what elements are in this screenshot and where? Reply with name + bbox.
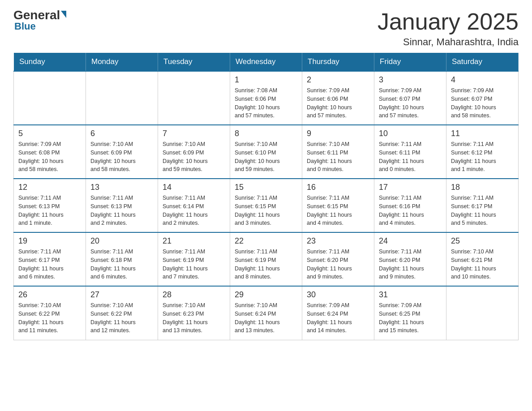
calendar-week-row: 12Sunrise: 7:11 AMSunset: 6:13 PMDayligh… (14, 179, 519, 232)
calendar-cell: 4Sunrise: 7:09 AMSunset: 6:07 PMDaylight… (446, 71, 519, 125)
calendar-week-row: 1Sunrise: 7:08 AMSunset: 6:06 PMDaylight… (14, 71, 519, 125)
calendar-cell: 21Sunrise: 7:11 AMSunset: 6:19 PMDayligh… (158, 232, 230, 286)
calendar-cell: 28Sunrise: 7:10 AMSunset: 6:23 PMDayligh… (158, 286, 230, 340)
calendar-cell (158, 71, 230, 125)
calendar-day-header: Sunday (14, 53, 86, 72)
calendar-title: January 2025 (378, 9, 519, 34)
calendar-cell (86, 71, 158, 125)
calendar-cell: 26Sunrise: 7:10 AMSunset: 6:22 PMDayligh… (14, 286, 86, 340)
calendar-cell: 7Sunrise: 7:10 AMSunset: 6:09 PMDaylight… (158, 125, 230, 179)
day-number: 7 (163, 129, 225, 138)
calendar-week-row: 19Sunrise: 7:11 AMSunset: 6:17 PMDayligh… (14, 232, 519, 286)
day-number: 16 (307, 183, 369, 192)
day-info: Sunrise: 7:09 AMSunset: 6:08 PMDaylight:… (18, 140, 81, 174)
day-info: Sunrise: 7:10 AMSunset: 6:24 PMDaylight:… (235, 301, 297, 335)
calendar-cell: 31Sunrise: 7:09 AMSunset: 6:25 PMDayligh… (374, 286, 446, 340)
day-info: Sunrise: 7:09 AMSunset: 6:06 PMDaylight:… (307, 86, 369, 120)
day-info: Sunrise: 7:09 AMSunset: 6:07 PMDaylight:… (451, 86, 514, 120)
day-number: 22 (235, 236, 297, 246)
day-info: Sunrise: 7:11 AMSunset: 6:20 PMDaylight:… (307, 248, 369, 281)
day-number: 28 (163, 290, 225, 300)
day-number: 24 (379, 236, 442, 246)
day-info: Sunrise: 7:11 AMSunset: 6:19 PMDaylight:… (163, 248, 225, 281)
day-info: Sunrise: 7:11 AMSunset: 6:12 PMDaylight:… (451, 140, 514, 174)
day-info: Sunrise: 7:11 AMSunset: 6:18 PMDaylight:… (90, 248, 153, 281)
day-info: Sunrise: 7:10 AMSunset: 6:11 PMDaylight:… (307, 140, 369, 174)
logo-general: General (13, 9, 66, 21)
day-number: 3 (379, 75, 442, 85)
day-number: 27 (90, 290, 153, 300)
calendar-cell: 5Sunrise: 7:09 AMSunset: 6:08 PMDaylight… (14, 125, 86, 179)
calendar-cell: 10Sunrise: 7:11 AMSunset: 6:11 PMDayligh… (374, 125, 446, 179)
calendar-cell: 2Sunrise: 7:09 AMSunset: 6:06 PMDaylight… (302, 71, 374, 125)
day-number: 9 (307, 129, 369, 138)
calendar-cell: 14Sunrise: 7:11 AMSunset: 6:14 PMDayligh… (158, 179, 230, 232)
calendar-cell: 9Sunrise: 7:10 AMSunset: 6:11 PMDaylight… (302, 125, 374, 179)
calendar-cell: 27Sunrise: 7:10 AMSunset: 6:22 PMDayligh… (86, 286, 158, 340)
day-info: Sunrise: 7:11 AMSunset: 6:14 PMDaylight:… (163, 194, 225, 227)
day-info: Sunrise: 7:09 AMSunset: 6:07 PMDaylight:… (379, 86, 442, 120)
calendar-cell (446, 286, 519, 340)
calendar-cell: 8Sunrise: 7:10 AMSunset: 6:10 PMDaylight… (230, 125, 302, 179)
day-number: 4 (451, 75, 514, 85)
calendar-cell: 16Sunrise: 7:11 AMSunset: 6:15 PMDayligh… (302, 179, 374, 232)
day-number: 25 (451, 236, 514, 246)
calendar-cell: 11Sunrise: 7:11 AMSunset: 6:12 PMDayligh… (446, 125, 519, 179)
calendar-cell: 30Sunrise: 7:09 AMSunset: 6:24 PMDayligh… (302, 286, 374, 340)
calendar-day-header: Saturday (446, 53, 519, 72)
day-info: Sunrise: 7:08 AMSunset: 6:06 PMDaylight:… (235, 86, 297, 120)
day-info: Sunrise: 7:11 AMSunset: 6:15 PMDaylight:… (307, 194, 369, 227)
calendar-cell: 25Sunrise: 7:10 AMSunset: 6:21 PMDayligh… (446, 232, 519, 286)
day-number: 18 (451, 183, 514, 192)
calendar-cell: 3Sunrise: 7:09 AMSunset: 6:07 PMDaylight… (374, 71, 446, 125)
calendar-cell: 23Sunrise: 7:11 AMSunset: 6:20 PMDayligh… (302, 232, 374, 286)
calendar-header-row: SundayMondayTuesdayWednesdayThursdayFrid… (14, 53, 519, 72)
day-info: Sunrise: 7:11 AMSunset: 6:19 PMDaylight:… (235, 248, 297, 281)
day-info: Sunrise: 7:11 AMSunset: 6:13 PMDaylight:… (90, 194, 153, 227)
calendar-day-header: Thursday (302, 53, 374, 72)
title-section: January 2025 Sinnar, Maharashtra, India (378, 9, 519, 48)
page-header: General Blue January 2025 Sinnar, Mahara… (13, 9, 519, 48)
day-info: Sunrise: 7:10 AMSunset: 6:09 PMDaylight:… (163, 140, 225, 174)
calendar-cell (14, 71, 86, 125)
day-info: Sunrise: 7:11 AMSunset: 6:16 PMDaylight:… (379, 194, 442, 227)
logo-triangle-icon (61, 11, 66, 18)
logo: General Blue (13, 9, 66, 32)
calendar-cell: 15Sunrise: 7:11 AMSunset: 6:15 PMDayligh… (230, 179, 302, 232)
day-number: 11 (451, 129, 514, 138)
calendar-day-header: Friday (374, 53, 446, 72)
logo-blue: Blue (14, 21, 36, 32)
calendar-cell: 1Sunrise: 7:08 AMSunset: 6:06 PMDaylight… (230, 71, 302, 125)
day-number: 26 (18, 290, 81, 300)
calendar-cell: 19Sunrise: 7:11 AMSunset: 6:17 PMDayligh… (14, 232, 86, 286)
day-info: Sunrise: 7:11 AMSunset: 6:17 PMDaylight:… (18, 248, 81, 281)
day-info: Sunrise: 7:09 AMSunset: 6:25 PMDaylight:… (379, 301, 442, 335)
day-number: 15 (235, 183, 297, 192)
day-number: 2 (307, 75, 369, 85)
day-number: 13 (90, 183, 153, 192)
day-number: 1 (235, 75, 297, 85)
day-number: 17 (379, 183, 442, 192)
day-info: Sunrise: 7:10 AMSunset: 6:22 PMDaylight:… (90, 301, 153, 335)
day-number: 14 (163, 183, 225, 192)
day-info: Sunrise: 7:11 AMSunset: 6:17 PMDaylight:… (451, 194, 514, 227)
day-info: Sunrise: 7:10 AMSunset: 6:23 PMDaylight:… (163, 301, 225, 335)
calendar-cell: 13Sunrise: 7:11 AMSunset: 6:13 PMDayligh… (86, 179, 158, 232)
calendar-day-header: Monday (86, 53, 158, 72)
calendar-cell: 24Sunrise: 7:11 AMSunset: 6:20 PMDayligh… (374, 232, 446, 286)
day-number: 30 (307, 290, 369, 300)
calendar-day-header: Tuesday (158, 53, 230, 72)
day-info: Sunrise: 7:09 AMSunset: 6:24 PMDaylight:… (307, 301, 369, 335)
calendar-cell: 12Sunrise: 7:11 AMSunset: 6:13 PMDayligh… (14, 179, 86, 232)
calendar-week-row: 26Sunrise: 7:10 AMSunset: 6:22 PMDayligh… (14, 286, 519, 340)
calendar-table: SundayMondayTuesdayWednesdayThursdayFrid… (13, 52, 519, 340)
day-info: Sunrise: 7:10 AMSunset: 6:21 PMDaylight:… (451, 248, 514, 281)
calendar-cell: 22Sunrise: 7:11 AMSunset: 6:19 PMDayligh… (230, 232, 302, 286)
day-number: 31 (379, 290, 442, 300)
calendar-cell: 20Sunrise: 7:11 AMSunset: 6:18 PMDayligh… (86, 232, 158, 286)
day-number: 12 (18, 183, 81, 192)
day-info: Sunrise: 7:11 AMSunset: 6:20 PMDaylight:… (379, 248, 442, 281)
calendar-day-header: Wednesday (230, 53, 302, 72)
day-number: 6 (90, 129, 153, 138)
calendar-cell: 17Sunrise: 7:11 AMSunset: 6:16 PMDayligh… (374, 179, 446, 232)
